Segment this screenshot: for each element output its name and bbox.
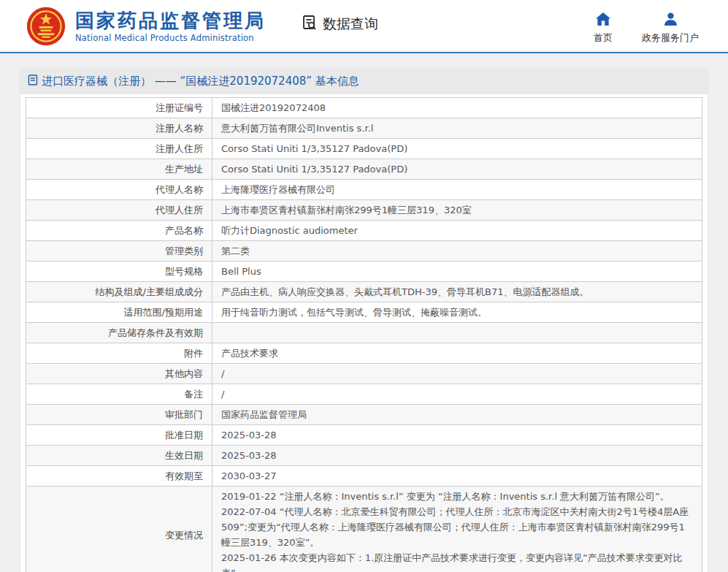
row-label: 审批部门	[26, 405, 212, 425]
row-label: 附件	[26, 343, 212, 364]
table-row: 代理人名称上海隆璎医疗器械有限公司	[26, 180, 702, 200]
row-value: 2030-03-27	[212, 466, 702, 487]
nav-gov-portal[interactable]: 政务服务门户	[642, 12, 699, 45]
row-value: 2019-01-22 “注册人名称：Inventis s.r.l” 变更为 “注…	[212, 487, 702, 572]
table-row: 适用范围/预期用途用于纯音听力测试，包括气导测试、骨导测试、掩蔽噪音测试。	[26, 302, 702, 323]
data-query-icon	[301, 14, 318, 34]
row-label: 生效日期	[26, 446, 212, 466]
table-row: 管理类别第二类	[26, 241, 702, 262]
row-value: 产品由主机、病人响应交换器、头戴式耳机TDH-39、骨导耳机B71、电源适配器组…	[212, 282, 702, 302]
national-emblem-logo	[26, 6, 66, 47]
row-label: 型号规格	[26, 262, 212, 282]
table-row: 其他内容/	[26, 364, 702, 384]
table-row: 结构及组成/主要组成成分产品由主机、病人响应交换器、头戴式耳机TDH-39、骨导…	[26, 282, 702, 302]
row-label: 结构及组成/主要组成成分	[26, 282, 212, 302]
row-value: 听力计Diagnostic audiometer	[212, 221, 702, 241]
row-value: 第二类	[212, 241, 702, 262]
document-icon	[28, 75, 38, 88]
org-name-cn: 国家药品监督管理局	[75, 9, 266, 31]
row-value: 国家药品监督管理局	[212, 405, 702, 425]
home-icon	[596, 12, 610, 28]
nav-data-query[interactable]: 数据查询	[301, 14, 378, 34]
table-row: 型号规格Bell Plus	[26, 262, 702, 282]
row-value: 产品技术要求	[212, 343, 702, 364]
content-panel: 进口医疗器械（注册） —— “国械注进20192072408” 基本信息 注册证…	[20, 68, 708, 572]
table-row: 有效期至2030-03-27	[26, 466, 702, 487]
row-value: 上海市奉贤区青村镇新张村南张299号1幢三层319、320室	[212, 200, 702, 221]
page-title: 进口医疗器械（注册） —— “国械注进20192072408” 基本信息	[42, 75, 359, 88]
row-value: 用于纯音听力测试，包括气导测试、骨导测试、掩蔽噪音测试。	[212, 302, 702, 323]
row-value: Bell Plus	[212, 262, 702, 282]
row-value: 意大利茵万笛有限公司Inventis s.r.l	[212, 118, 702, 139]
table-row: 生效日期2025-03-28	[26, 446, 702, 466]
table-row: 代理人住所上海市奉贤区青村镇新张村南张299号1幢三层319、320室	[26, 200, 702, 221]
row-label: 注册证编号	[26, 98, 212, 118]
row-value: 2025-03-28	[212, 425, 702, 446]
row-label: 适用范围/预期用途	[26, 302, 212, 323]
page-body: 进口医疗器械（注册） —— “国械注进20192072408” 基本信息 注册证…	[0, 53, 728, 572]
row-value: 国械注进20192072408	[212, 98, 702, 118]
table-row: 产品名称听力计Diagnostic audiometer	[26, 221, 702, 241]
row-label: 产品名称	[26, 221, 212, 241]
row-label: 注册人住所	[26, 139, 212, 159]
registration-info-table: 注册证编号国械注进20192072408注册人名称意大利茵万笛有限公司Inven…	[26, 97, 702, 572]
site-header: 国家药品监督管理局 National Medical Products Admi…	[0, 0, 728, 53]
nav-home-label: 首页	[594, 31, 613, 45]
info-rows: 注册证编号国械注进20192072408注册人名称意大利茵万笛有限公司Inven…	[26, 98, 702, 572]
person-icon	[664, 12, 678, 28]
table-row: 变更情况2019-01-22 “注册人名称：Inventis s.r.l” 变更…	[26, 487, 702, 572]
table-row: 生产地址Corso Stati Uniti 1/3,35127 Padova(P…	[26, 159, 702, 180]
row-label: 管理类别	[26, 241, 212, 262]
page-title-bar: 进口医疗器械（注册） —— “国械注进20192072408” 基本信息	[20, 68, 708, 94]
row-value: 上海隆璎医疗器械有限公司	[212, 180, 702, 200]
row-label: 有效期至	[26, 466, 212, 487]
row-label: 其他内容	[26, 364, 212, 384]
brand: 国家药品监督管理局 National Medical Products Admi…	[26, 6, 266, 47]
row-value: Corso Stati Uniti 1/3,35127 Padova(PD)	[212, 159, 702, 180]
table-row: 注册人住所Corso Stati Uniti 1/3,35127 Padova(…	[26, 139, 702, 159]
row-label: 生产地址	[26, 159, 212, 180]
row-value: /	[212, 364, 702, 384]
row-label: 代理人名称	[26, 180, 212, 200]
org-name-en: National Medical Products Administration	[75, 33, 266, 43]
table-row: 注册证编号国械注进20192072408	[26, 98, 702, 118]
table-row: 批准日期2025-03-28	[26, 425, 702, 446]
table-row: 附件产品技术要求	[26, 343, 702, 364]
nav-home[interactable]: 首页	[594, 12, 613, 45]
nav-gov-portal-label: 政务服务门户	[642, 31, 699, 45]
header-nav: 首页 政务服务门户	[594, 12, 699, 45]
table-row: 注册人名称意大利茵万笛有限公司Inventis s.r.l	[26, 118, 702, 139]
row-value: Corso Stati Uniti 1/3,35127 Padova(PD)	[212, 139, 702, 159]
row-label: 产品储存条件及有效期	[26, 323, 212, 343]
nav-data-query-label: 数据查询	[323, 15, 378, 34]
row-label: 备注	[26, 384, 212, 405]
row-value: /	[212, 384, 702, 405]
table-row: 审批部门国家药品监督管理局	[26, 405, 702, 425]
row-value: 2025-03-28	[212, 446, 702, 466]
row-label: 代理人住所	[26, 200, 212, 221]
row-label: 变更情况	[26, 487, 212, 572]
row-value	[212, 323, 702, 343]
row-label: 批准日期	[26, 425, 212, 446]
table-row: 产品储存条件及有效期	[26, 323, 702, 343]
table-row: 备注/	[26, 384, 702, 405]
row-label: 注册人名称	[26, 118, 212, 139]
